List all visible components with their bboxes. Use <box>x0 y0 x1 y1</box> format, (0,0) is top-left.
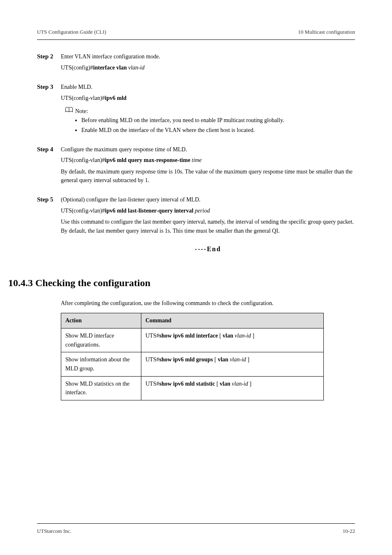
header-right: 10 Multicast configuration <box>298 29 355 35</box>
step-4: Step 4 Configure the maximum query respo… <box>37 145 355 185</box>
footer-left: UTStarcom Inc. <box>37 528 71 534</box>
step-label: Step 5 <box>37 196 61 203</box>
config-table: Action Command Show MLD interface config… <box>61 313 324 400</box>
page-header: UTS Configuration Guide (CLI) 10 Multica… <box>37 29 355 40</box>
table-row: Show MLD statistics on the interface. UT… <box>61 376 324 400</box>
step-5: Step 5 (Optional) configure the last-lis… <box>37 195 355 235</box>
step-command: UTS(config-vlan)#ipv6 mld query max-resp… <box>61 156 355 165</box>
cell-command: UTS#show ipv6 mld groups [ vlan vlan-id … <box>141 352 324 376</box>
section-heading: 10.4.3 Checking the configuration <box>8 278 355 289</box>
note-block: Note: Before enabling MLD on the interfa… <box>61 107 355 134</box>
step-text: Configure the maximum query response tim… <box>61 145 355 154</box>
step-command: UTS(config-vlan)#ipv6 mld <box>61 94 355 103</box>
step-description: Use this command to configure the last m… <box>61 217 355 235</box>
note-list: Before enabling MLD on the interface, yo… <box>81 116 355 134</box>
table-row: Show information about the MLD group. UT… <box>61 352 324 376</box>
step-command: UTS(config)#interface vlan vlan-id <box>61 63 355 72</box>
cell-action: Show MLD interface configurations. <box>61 328 141 352</box>
cell-action: Show MLD statistics on the interface. <box>61 376 141 400</box>
step-command: UTS(config-vlan)#ipv6 mld last-listener-… <box>61 206 355 215</box>
table-header-row: Action Command <box>61 313 324 328</box>
cell-command: UTS#show ipv6 mld statistic [ vlan vlan-… <box>141 376 324 400</box>
step-text: Enable MLD. <box>61 83 355 92</box>
th-action: Action <box>61 313 141 328</box>
footer-right: 10-22 <box>343 528 355 534</box>
table-intro: After completing the configuration, use … <box>61 299 355 308</box>
cell-command: UTS#show ipv6 mld interface [ vlan vlan-… <box>141 328 324 352</box>
note-label: Note: <box>75 108 88 114</box>
step-text: (Optional) configure the last-listener q… <box>61 195 355 204</box>
page-footer: UTStarcom Inc. 10-22 <box>37 523 355 534</box>
step-2: Step 2 Enter VLAN interface configuratio… <box>37 52 355 72</box>
header-left: UTS Configuration Guide (CLI) <box>37 29 106 35</box>
step-label: Step 4 <box>37 146 61 153</box>
table-row: Show MLD interface configurations. UTS#s… <box>61 328 324 352</box>
step-3: Step 3 Enable MLD. UTS(config-vlan)#ipv6… <box>37 83 355 134</box>
th-command: Command <box>141 313 324 328</box>
end-divider: ----End <box>61 245 355 253</box>
step-label: Step 3 <box>37 83 61 90</box>
step-description: By default, the maximum query response t… <box>61 167 355 185</box>
note-item: Enable MLD on the interface of the VLAN … <box>81 126 355 135</box>
cell-action: Show information about the MLD group. <box>61 352 141 376</box>
note-item: Before enabling MLD on the interface, yo… <box>81 116 355 125</box>
step-text: Enter VLAN interface configuration mode. <box>61 52 355 61</box>
step-label: Step 2 <box>37 53 61 60</box>
book-icon <box>65 107 73 113</box>
